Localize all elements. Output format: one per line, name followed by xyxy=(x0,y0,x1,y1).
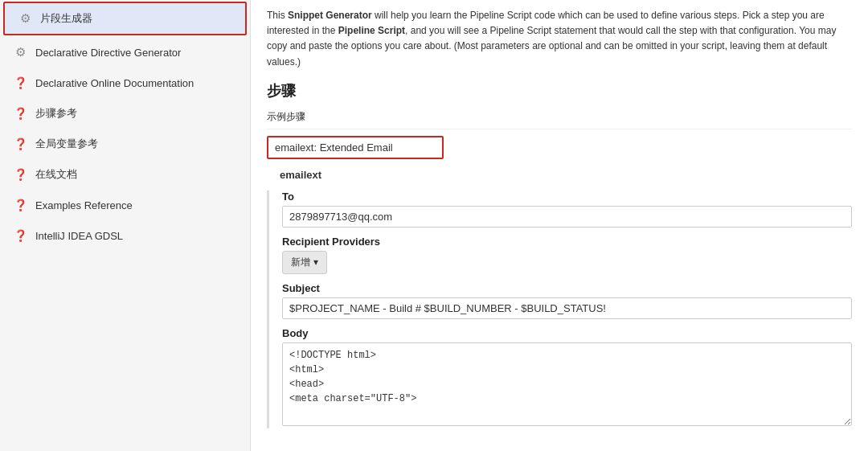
sidebar-label-snippet: 片段生成器 xyxy=(40,11,92,26)
question-icon-5: ❓ xyxy=(13,198,27,212)
body-label: Body xyxy=(282,327,852,339)
recipient-providers-label: Recipient Providers xyxy=(282,236,852,248)
main-content: This Snippet Generator will help you lea… xyxy=(251,0,868,451)
to-field-row: To xyxy=(282,191,852,228)
gear-icon: ⚙ xyxy=(18,11,32,26)
desc-text-1: This xyxy=(267,10,288,21)
subject-input[interactable] xyxy=(282,297,852,319)
body-field-row: Body <!DOCTYPE html> <html> <head> <meta… xyxy=(282,327,852,428)
question-icon-1: ❓ xyxy=(13,76,27,90)
form-section: To Recipient Providers 新增 ▾ Subject Body… xyxy=(267,191,852,428)
sidebar-item-global-var[interactable]: ❓ 全局变量参考 xyxy=(0,129,250,159)
recipient-providers-row: Recipient Providers 新增 ▾ xyxy=(282,236,852,274)
sidebar-label-declarative: Declarative Directive Generator xyxy=(35,47,181,59)
sidebar-label-online: 在线文档 xyxy=(35,167,77,182)
sidebar-item-online[interactable]: ❓ 在线文档 xyxy=(0,159,250,190)
question-icon-2: ❓ xyxy=(13,106,27,121)
steps-heading: 步骤 xyxy=(267,81,852,100)
sidebar-item-online-doc[interactable]: ❓ Declarative Online Documentation xyxy=(0,68,250,98)
body-textarea[interactable]: <!DOCTYPE html> <html> <head> <meta char… xyxy=(282,342,852,426)
question-icon-4: ❓ xyxy=(13,167,27,182)
dropdown-icon: ▾ xyxy=(313,256,318,268)
sidebar-label-intellij: IntelliJ IDEA GDSL xyxy=(35,230,123,242)
add-recipient-button[interactable]: 新增 ▾ xyxy=(282,251,327,274)
description-paragraph: This Snippet Generator will help you lea… xyxy=(267,8,852,70)
question-icon-3: ❓ xyxy=(13,137,27,151)
to-input[interactable] xyxy=(282,206,852,228)
desc-bold-1: Snippet Generator xyxy=(288,10,372,21)
step-selector-input[interactable] xyxy=(267,136,444,159)
sidebar-label-online-doc: Declarative Online Documentation xyxy=(35,77,194,89)
step-name-label: emailext xyxy=(280,169,852,181)
sample-step-label: 示例步骤 xyxy=(267,110,852,129)
sidebar: ⚙ 片段生成器 ⚙ Declarative Directive Generato… xyxy=(0,0,251,451)
gear-icon-2: ⚙ xyxy=(13,45,27,59)
sidebar-label-examples: Examples Reference xyxy=(35,199,133,211)
sidebar-label-global-var: 全局变量参考 xyxy=(35,137,98,151)
sidebar-item-declarative-directive[interactable]: ⚙ Declarative Directive Generator xyxy=(0,37,250,68)
sidebar-item-step-ref[interactable]: ❓ 步骤参考 xyxy=(0,98,250,129)
subject-label: Subject xyxy=(282,282,852,294)
step-selector-container xyxy=(267,136,852,159)
sidebar-item-snippet-generator[interactable]: ⚙ 片段生成器 xyxy=(3,2,247,35)
sidebar-item-intellij[interactable]: ❓ IntelliJ IDEA GDSL xyxy=(0,220,250,251)
sidebar-label-step-ref: 步骤参考 xyxy=(35,106,77,121)
add-btn-label: 新增 xyxy=(291,256,310,269)
question-icon-6: ❓ xyxy=(13,228,27,243)
desc-bold-2: Pipeline Script xyxy=(338,25,405,36)
subject-field-row: Subject xyxy=(282,282,852,319)
sidebar-item-examples[interactable]: ❓ Examples Reference xyxy=(0,190,250,220)
to-label: To xyxy=(282,191,852,203)
